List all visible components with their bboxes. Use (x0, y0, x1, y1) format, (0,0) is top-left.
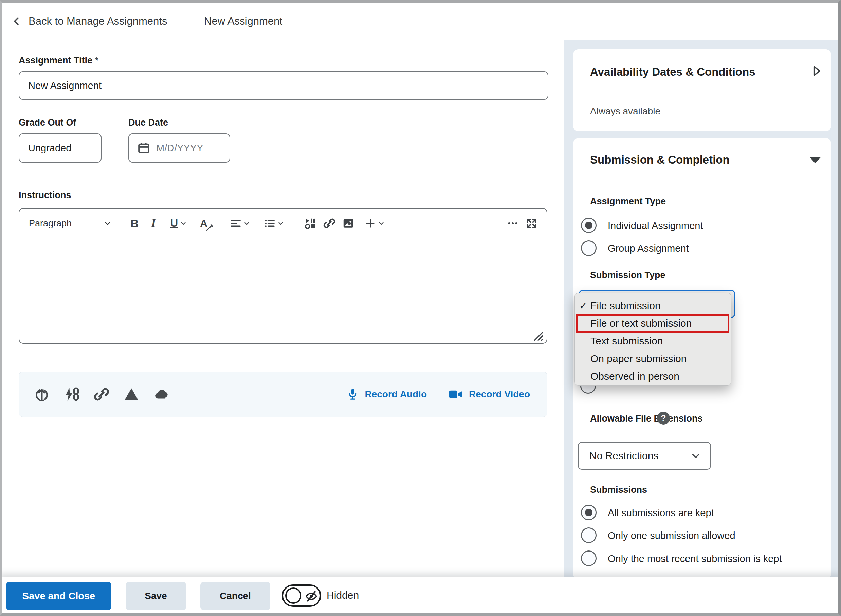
menu-option-file-submission[interactable]: ✓ File submission (575, 297, 731, 315)
onedrive-icon[interactable] (153, 387, 170, 402)
chevron-down-icon (104, 219, 112, 227)
submission-type-label: Submission Type (590, 270, 665, 280)
menu-option-file-or-text-submission[interactable]: File or text submission (575, 315, 731, 332)
check-icon: ✓ (579, 301, 587, 312)
back-button[interactable]: Back to Manage Assignments (12, 3, 167, 40)
toggle-knob (285, 588, 301, 604)
radio-group-assignment-label[interactable]: Group Assignment (608, 243, 689, 254)
radio-most-recent-submission-label[interactable]: Only the most recent submission is kept (608, 553, 782, 565)
editor-content-area[interactable] (19, 238, 547, 340)
save-button[interactable]: Save (126, 582, 186, 610)
toolbar-separator (120, 214, 120, 232)
paragraph-format-dropdown[interactable]: Paragraph (25, 213, 115, 233)
back-button-label: Back to Manage Assignments (28, 15, 167, 28)
radio-individual-assignment-label[interactable]: Individual Assignment (608, 220, 703, 232)
editor-toolbar: Paragraph B I U A (19, 209, 547, 238)
availability-card-title: Availability Dates & Conditions (590, 66, 756, 78)
save-and-close-button[interactable]: Save and Close (6, 582, 112, 610)
attachments-bar: Record Audio Record Video (19, 372, 547, 417)
fullscreen-button[interactable] (522, 213, 541, 233)
radio-group-assignment[interactable] (581, 240, 597, 256)
grade-out-of-field[interactable]: Ungraded (19, 133, 101, 163)
insert-image-button[interactable] (339, 213, 358, 233)
due-date-field[interactable]: M/D/YYYY (128, 133, 230, 163)
quicklink-icon[interactable] (64, 387, 79, 402)
assignment-title-input[interactable] (19, 71, 548, 100)
submission-type-dropdown-menu: ✓ File submission File or text submissio… (574, 293, 731, 386)
toolbar-separator (396, 214, 397, 232)
align-dropdown-button[interactable] (223, 213, 257, 233)
menu-option-text-submission[interactable]: Text submission (575, 332, 731, 350)
hidden-toggle[interactable] (282, 584, 321, 607)
hidden-toggle-label: Hidden (327, 577, 359, 613)
chevron-down-icon (277, 220, 284, 227)
calendar-icon (137, 142, 150, 154)
insert-stuff-button[interactable] (301, 213, 320, 233)
font-color-button[interactable]: A (194, 213, 213, 233)
chevron-down-icon (378, 220, 385, 227)
availability-summary: Always available (590, 106, 660, 117)
required-marker: * (95, 56, 98, 65)
bold-button[interactable]: B (125, 213, 144, 233)
instructions-label: Instructions (19, 190, 71, 201)
submissions-label: Submissions (590, 485, 647, 495)
due-date-label: Due Date (128, 117, 168, 128)
menu-option-observed-in-person[interactable]: Observed in person (575, 368, 731, 385)
more-actions-button[interactable] (503, 213, 522, 233)
chevron-down-icon (180, 220, 187, 227)
page-header: Back to Manage Assignments New Assignmen… (0, 3, 841, 40)
radio-all-submissions-kept[interactable] (581, 505, 597, 520)
card-divider (590, 180, 822, 180)
caret-down-filled-icon (808, 155, 822, 165)
radio-only-one-submission-label[interactable]: Only one submission allowed (608, 530, 735, 541)
assignment-type-label: Assignment Type (590, 196, 666, 207)
new-assignment-page: Back to Manage Assignments New Assignmen… (0, 0, 841, 616)
chevron-left-icon (12, 15, 21, 28)
expand-availability-button[interactable] (812, 64, 822, 78)
grade-out-of-label: Grade Out Of (19, 117, 76, 128)
video-camera-icon (449, 389, 463, 400)
link-icon[interactable] (94, 387, 109, 402)
list-dropdown-button[interactable] (257, 213, 291, 233)
footer-bar: Save and Close Save Cancel Hidden (0, 577, 841, 613)
underline-dropdown-button[interactable]: U (163, 213, 194, 233)
due-date-placeholder: M/D/YYYY (156, 142, 203, 154)
insert-more-dropdown-button[interactable] (358, 213, 392, 233)
instructions-editor: Paragraph B I U A (19, 208, 547, 344)
page-title: New Assignment (204, 3, 282, 40)
radio-individual-assignment[interactable] (581, 217, 597, 233)
submission-card-title: Submission & Completion (590, 153, 729, 166)
radio-only-one-submission[interactable] (581, 527, 597, 543)
radio-all-submissions-kept-label[interactable]: All submissions are kept (608, 507, 714, 519)
resize-handle-icon[interactable] (532, 330, 544, 342)
italic-button[interactable]: I (144, 213, 163, 233)
chevron-right-outline-icon (812, 64, 822, 78)
insert-link-button[interactable] (320, 213, 339, 233)
cancel-button[interactable]: Cancel (200, 582, 270, 610)
chevron-down-icon (244, 220, 250, 227)
allowable-file-extensions-label: Allowable File Extensions (590, 414, 703, 424)
menu-option-on-paper-submission[interactable]: On paper submission (575, 350, 731, 368)
chevron-down-icon (691, 451, 701, 461)
toolbar-separator (218, 214, 218, 232)
toolbar-separator (296, 214, 296, 232)
eye-slash-icon (305, 590, 318, 603)
allowable-file-extensions-select[interactable]: No Restrictions (578, 442, 711, 470)
record-video-button[interactable]: Record Video (449, 389, 530, 400)
help-icon[interactable]: ? (657, 412, 670, 425)
collapse-submission-button[interactable] (808, 155, 822, 165)
radio-most-recent-submission[interactable] (581, 550, 597, 566)
google-drive-icon[interactable] (123, 387, 139, 402)
file-upload-icon[interactable] (34, 387, 50, 402)
card-divider (590, 94, 822, 94)
microphone-icon (347, 387, 358, 401)
header-divider (186, 3, 186, 40)
assignment-title-label: Assignment Title* (19, 55, 98, 66)
availability-card (573, 49, 831, 131)
record-audio-button[interactable]: Record Audio (347, 387, 427, 401)
